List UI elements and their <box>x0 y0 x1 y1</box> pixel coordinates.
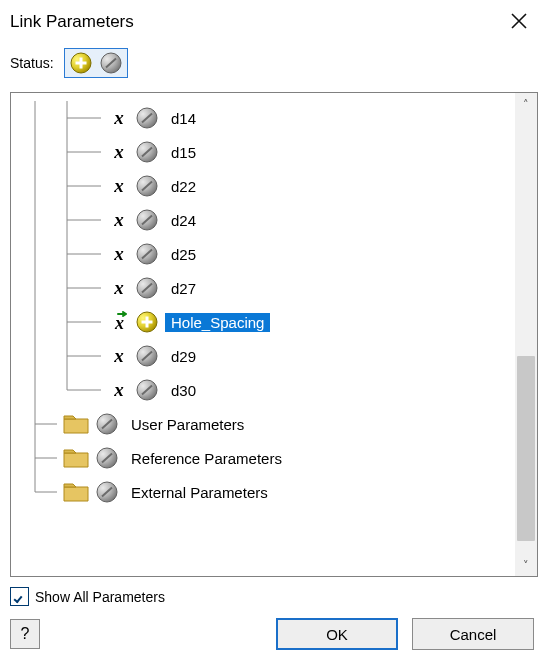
status-enabled-icon <box>135 310 159 334</box>
param-x-icon: x <box>109 243 129 265</box>
status-filter-enabled-icon[interactable] <box>66 50 96 76</box>
group-label[interactable]: Reference Parameters <box>125 449 288 468</box>
status-disabled-icon <box>135 208 159 232</box>
status-filter-group <box>64 48 128 78</box>
status-disabled-icon <box>135 276 159 300</box>
folder-icon <box>63 447 89 469</box>
status-disabled-icon <box>135 344 159 368</box>
scroll-thumb[interactable] <box>517 356 535 540</box>
tree-param-row[interactable]: xd27 <box>19 271 515 305</box>
param-label[interactable]: Hole_Spacing <box>165 313 270 332</box>
ok-button[interactable]: OK <box>276 618 398 650</box>
param-label[interactable]: d15 <box>165 143 202 162</box>
folder-icon <box>63 413 89 435</box>
scroll-up-icon[interactable]: ˄ <box>515 93 537 115</box>
param-label[interactable]: d24 <box>165 211 202 230</box>
folder-icon <box>63 481 89 503</box>
scroll-down-icon[interactable]: ˅ <box>515 554 537 576</box>
tree-param-row[interactable]: xd14 <box>19 101 515 135</box>
param-label[interactable]: d27 <box>165 279 202 298</box>
dialog-title: Link Parameters <box>10 12 134 32</box>
parameter-tree: xd14xd15xd22xd24xd25xd27Hole_Spacingxd29… <box>10 92 538 577</box>
status-disabled-icon <box>95 480 119 504</box>
tree-group-row[interactable]: Reference Parameters <box>19 441 515 475</box>
scroll-track[interactable] <box>515 115 537 554</box>
tree-param-row[interactable]: Hole_Spacing <box>19 305 515 339</box>
param-label[interactable]: d29 <box>165 347 202 366</box>
tree-param-row[interactable]: xd25 <box>19 237 515 271</box>
param-x-icon: x <box>109 107 129 129</box>
status-disabled-icon <box>135 378 159 402</box>
status-disabled-icon <box>135 242 159 266</box>
param-x-icon: x <box>109 345 129 367</box>
scrollbar[interactable]: ˄ ˅ <box>515 93 537 576</box>
status-disabled-icon <box>135 106 159 130</box>
param-x-icon: x <box>109 379 129 401</box>
tree-group-row[interactable]: External Parameters <box>19 475 515 509</box>
param-label[interactable]: d22 <box>165 177 202 196</box>
show-all-checkbox[interactable] <box>10 587 29 606</box>
status-disabled-icon <box>95 412 119 436</box>
param-label[interactable]: d25 <box>165 245 202 264</box>
param-x-icon: x <box>109 277 129 299</box>
tree-param-row[interactable]: xd30 <box>19 373 515 407</box>
tree-group-row[interactable]: User Parameters <box>19 407 515 441</box>
param-label[interactable]: d14 <box>165 109 202 128</box>
cancel-button[interactable]: Cancel <box>412 618 534 650</box>
help-button[interactable]: ? <box>10 619 40 649</box>
tree-param-row[interactable]: xd22 <box>19 169 515 203</box>
status-filter-disabled-icon[interactable] <box>96 50 126 76</box>
status-disabled-icon <box>95 446 119 470</box>
param-label[interactable]: d30 <box>165 381 202 400</box>
tree-param-row[interactable]: xd24 <box>19 203 515 237</box>
status-disabled-icon <box>135 140 159 164</box>
group-label[interactable]: External Parameters <box>125 483 274 502</box>
group-label[interactable]: User Parameters <box>125 415 250 434</box>
close-icon[interactable] <box>510 12 528 30</box>
status-disabled-icon <box>135 174 159 198</box>
tree-param-row[interactable]: xd29 <box>19 339 515 373</box>
param-driven-icon <box>109 311 129 334</box>
show-all-label: Show All Parameters <box>35 589 165 605</box>
status-label: Status: <box>10 55 54 71</box>
param-x-icon: x <box>109 141 129 163</box>
tree-param-row[interactable]: xd15 <box>19 135 515 169</box>
param-x-icon: x <box>109 209 129 231</box>
param-x-icon: x <box>109 175 129 197</box>
